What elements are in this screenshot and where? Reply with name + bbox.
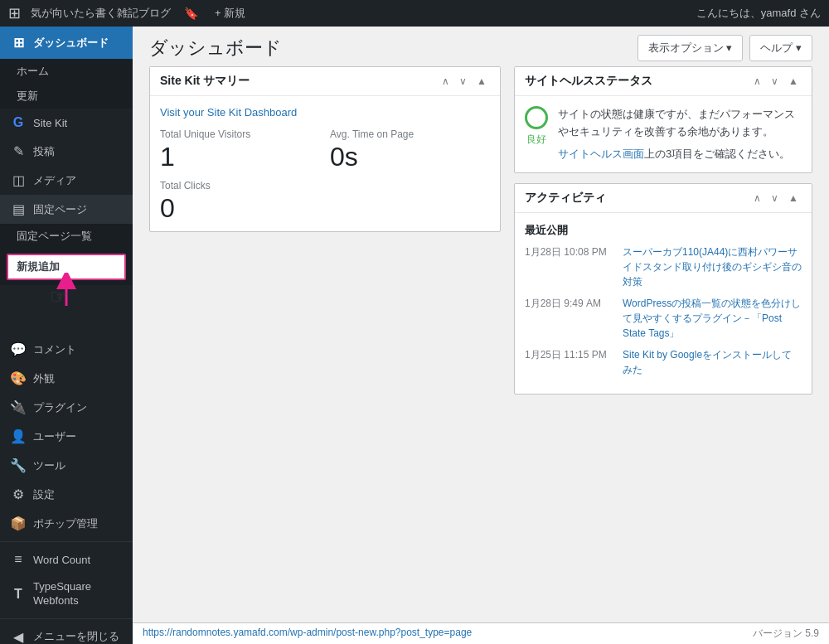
help-button[interactable]: ヘルプ ▾: [749, 35, 812, 61]
activity-link-1[interactable]: スーパーカブ110(JA44)に西村パワーサイドスタンド取り付け後のギシギシ音の…: [623, 245, 802, 289]
close-menu-label: メニューを閉じる: [33, 629, 119, 644]
activity-widget-header: アクティビティ ∧ ∨ ▲: [515, 184, 812, 213]
activity-time-1: 1月28日 10:08 PM: [525, 245, 616, 289]
main-layout: ⊞ ダッシュボード ホーム 更新 G Site Kit ✎ 投稿 ◫ メディア: [0, 27, 829, 644]
sitekit-collapse-down[interactable]: ∨: [456, 74, 470, 89]
tools-label: ツール: [33, 458, 65, 473]
media-icon: ◫: [10, 172, 27, 188]
comments-label: コメント: [33, 342, 76, 357]
health-circle: [525, 106, 548, 129]
stat-avg-time-value: 0s: [330, 143, 490, 170]
version-label: バージョン 5.9: [753, 627, 819, 641]
sidebar-item-update[interactable]: 更新: [0, 84, 133, 109]
pochipp-label: ポチップ管理: [33, 516, 98, 531]
health-collapse-down[interactable]: ∨: [768, 74, 782, 89]
dashboard-icon: ⊞: [10, 35, 27, 51]
sidebar-item-tools[interactable]: 🔧 ツール: [0, 451, 133, 480]
display-options-button[interactable]: 表示オプション ▾: [638, 35, 744, 61]
sidebar-item-pages-list[interactable]: 固定ページ一覧: [0, 224, 133, 249]
sidebar-item-plugins[interactable]: 🔌 プラグイン: [0, 393, 133, 422]
sidebar-item-posts[interactable]: ✎ 投稿: [0, 137, 133, 166]
admin-bar: ⊞ 気が向いたら書く雑記ブログ 🔖 + 新規 こんにちは、yamafd さん: [0, 0, 829, 27]
activity-link-3[interactable]: Site Kit by Googleをインストールしてみた: [623, 347, 802, 377]
activity-widget-title: アクティビティ: [525, 191, 606, 206]
sidebar-item-pochipp[interactable]: 📦 ポチップ管理: [0, 509, 133, 538]
stat-total-clicks-label: Total Clicks: [160, 180, 320, 191]
pages-dropdown: 固定ページ一覧 新規追加: [0, 224, 133, 285]
activity-toggle[interactable]: ▲: [785, 191, 802, 206]
pochipp-icon: 📦: [10, 516, 27, 531]
sidebar-item-close-menu[interactable]: ◀ メニューを閉じる: [0, 622, 133, 644]
user-greeting: こんにちは、yamafd さん: [696, 6, 821, 21]
sidebar-item-appearance[interactable]: 🎨 外観: [0, 364, 133, 393]
sitekit-widget: Site Kit サマリー ∧ ∨ ▲ Visit your Site Kit …: [149, 66, 501, 232]
sitekit-toggle[interactable]: ▲: [473, 74, 490, 89]
typesquare-label: TypeSquareWebfonts: [33, 580, 91, 608]
posts-label: 投稿: [33, 144, 55, 159]
health-screen-link[interactable]: サイトヘルス画面: [558, 148, 644, 160]
sidebar-item-comments[interactable]: 💬 コメント: [0, 335, 133, 364]
wp-logo-icon[interactable]: ⊞: [8, 4, 21, 22]
activity-collapse-down[interactable]: ∨: [768, 191, 782, 206]
sidebar-item-sitekit[interactable]: G Site Kit: [0, 109, 133, 137]
activity-widget: アクティビティ ∧ ∨ ▲ 最近公開 1月28日 10:08 PM スーパーカブ…: [514, 183, 812, 395]
sidebar-item-users[interactable]: 👤 ユーザー: [0, 422, 133, 451]
sitekit-icon: G: [10, 115, 27, 130]
home-label: ホーム: [17, 64, 49, 79]
sidebar-item-wordcount[interactable]: ≡ Word Count: [0, 545, 133, 574]
activity-collapse-up[interactable]: ∧: [750, 191, 764, 206]
pages-list-label: 固定ページ一覧: [17, 229, 92, 244]
main-header: ダッシュボード 表示オプション ▾ ヘルプ ▾: [133, 27, 829, 66]
health-widget-title: サイトヘルスステータス: [525, 74, 652, 89]
comments-icon: 💬: [10, 341, 27, 357]
health-status-label: 良好: [526, 133, 546, 147]
health-widget-header: サイトヘルスステータス ∧ ∨ ▲: [515, 67, 812, 96]
posts-icon: ✎: [10, 143, 27, 159]
sidebar-item-home[interactable]: ホーム: [0, 59, 133, 84]
stat-avg-time-label: Avg. Time on Page: [330, 128, 490, 140]
sidebar: ⊞ ダッシュボード ホーム 更新 G Site Kit ✎ 投稿 ◫ メディア: [0, 27, 133, 644]
wordcount-icon: ≡: [10, 552, 27, 567]
activity-link-2[interactable]: WordPressの投稿一覧の状態を色分けして見やすくするプラグイン－「Post…: [623, 296, 802, 341]
health-widget-body: 良好 サイトの状態は健康ですが、まだパフォーマンスやセキュリティを改善する余地が…: [515, 96, 812, 172]
health-toggle[interactable]: ▲: [785, 74, 802, 89]
sidebar-item-typesquare[interactable]: T TypeSquareWebfonts: [0, 574, 133, 615]
main-content: ダッシュボード 表示オプション ▾ ヘルプ ▾ Site Kit サマリー ∧ …: [133, 27, 829, 644]
right-column: サイトヘルスステータス ∧ ∨ ▲ 良好 サイトの状態は: [514, 66, 812, 609]
stat-total-clicks-value: 0: [160, 195, 320, 221]
health-widget-controls: ∧ ∨ ▲: [750, 74, 802, 89]
appearance-icon: 🎨: [10, 370, 27, 386]
stat-avg-time: Avg. Time on Page 0s: [330, 128, 490, 170]
stat-total-clicks: Total Clicks 0: [160, 180, 320, 221]
wordcount-label: Word Count: [33, 554, 90, 566]
sitekit-label: Site Kit: [33, 117, 67, 129]
bookmark-icon[interactable]: 🔖: [184, 7, 198, 20]
sidebar-item-pages-new[interactable]: 新規追加: [7, 254, 126, 280]
page-title: ダッシュボード: [149, 36, 282, 61]
health-collapse-up[interactable]: ∧: [750, 74, 764, 89]
sitekit-widget-controls: ∧ ∨ ▲: [439, 74, 490, 89]
typesquare-icon: T: [10, 587, 27, 602]
activity-item-1: 1月28日 10:08 PM スーパーカブ110(JA44)に西村パワーサイドス…: [525, 245, 802, 289]
sidebar-item-dashboard[interactable]: ⊞ ダッシュボード: [0, 27, 133, 59]
sitekit-collapse-up[interactable]: ∧: [439, 74, 453, 89]
sidebar-item-media[interactable]: ◫ メディア: [0, 166, 133, 195]
health-widget: サイトヘルスステータス ∧ ∨ ▲ 良好 サイトの状態は: [514, 66, 812, 173]
sitekit-dashboard-link[interactable]: Visit your Site Kit Dashboard: [160, 106, 297, 119]
activity-item-2: 1月28日 9:49 AM WordPressの投稿一覧の状態を色分けして見やす…: [525, 296, 802, 341]
health-indicator: 良好: [525, 106, 548, 147]
sidebar-item-pages[interactable]: ▤ 固定ページ: [0, 195, 133, 224]
site-name[interactable]: 気が向いたら書く雑記ブログ: [31, 6, 171, 21]
activity-widget-body: 最近公開 1月28日 10:08 PM スーパーカブ110(JA44)に西村パワ…: [515, 213, 812, 394]
sitekit-widget-title: Site Kit サマリー: [160, 74, 250, 89]
plugins-icon: 🔌: [10, 399, 27, 415]
users-icon: 👤: [10, 429, 27, 444]
new-item[interactable]: + 新規: [215, 6, 245, 21]
sidebar-dashboard-label: ダッシュボード: [33, 36, 109, 51]
users-label: ユーザー: [33, 429, 76, 444]
sidebar-divider2: [0, 618, 133, 619]
update-label: 更新: [17, 89, 38, 104]
status-url-link[interactable]: https://randomnotes.yamafd.com/wp-admin/…: [143, 627, 472, 638]
new-item-label[interactable]: + 新規: [215, 6, 245, 21]
sidebar-item-settings[interactable]: ⚙ 設定: [0, 480, 133, 509]
